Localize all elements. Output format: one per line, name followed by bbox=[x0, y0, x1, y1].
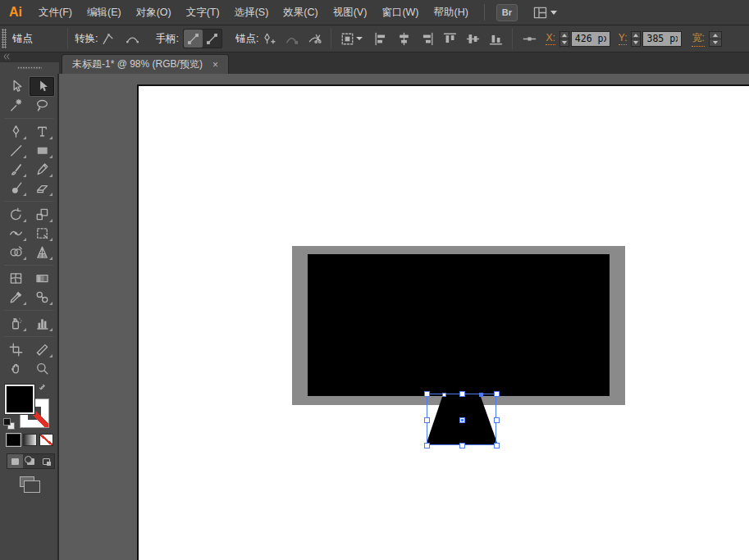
selection-bounding-box[interactable] bbox=[427, 394, 496, 445]
align-bottom-button[interactable] bbox=[486, 29, 505, 48]
draw-behind-button[interactable] bbox=[23, 454, 39, 468]
pen-tool[interactable] bbox=[3, 122, 28, 141]
hand-icon bbox=[8, 361, 24, 376]
symbol-sprayer-tool[interactable] bbox=[3, 314, 28, 333]
document-tab[interactable]: 未标题-1* @ 98% (RGB/预览) × bbox=[62, 54, 229, 74]
fill-swatch[interactable] bbox=[5, 385, 34, 414]
lasso-tool[interactable] bbox=[30, 96, 54, 115]
menu-item-type[interactable]: 文字(T) bbox=[179, 0, 227, 25]
width-tool[interactable] bbox=[3, 224, 28, 243]
selection-handle[interactable] bbox=[494, 443, 500, 448]
handle-toggle-group bbox=[183, 29, 222, 48]
draw-inside-button[interactable] bbox=[39, 454, 54, 468]
selection-handle[interactable] bbox=[424, 443, 430, 448]
x-input[interactable] bbox=[571, 31, 610, 47]
bridge-button[interactable]: Br bbox=[496, 4, 518, 21]
selection-handle[interactable] bbox=[424, 417, 430, 423]
align-top-button[interactable] bbox=[440, 29, 459, 48]
object-center-point[interactable] bbox=[459, 417, 465, 423]
anchor-point-selected[interactable] bbox=[479, 393, 483, 397]
menu-item-file[interactable]: 文件(F) bbox=[31, 0, 80, 25]
anchor-point[interactable] bbox=[442, 393, 446, 397]
menu-item-help[interactable]: 帮助(H) bbox=[427, 0, 476, 25]
width-stepper[interactable] bbox=[709, 31, 722, 47]
free-transform-tool[interactable] bbox=[30, 224, 54, 243]
x-stepper[interactable] bbox=[559, 31, 569, 47]
selection-handle[interactable] bbox=[459, 443, 465, 448]
add-anchor-button[interactable] bbox=[258, 29, 278, 48]
scale-tool[interactable] bbox=[30, 205, 54, 224]
menu-item-edit[interactable]: 编辑(E) bbox=[80, 0, 129, 25]
reference-point-widget[interactable] bbox=[519, 29, 539, 48]
selection-handle[interactable] bbox=[494, 417, 500, 423]
menu-item-window[interactable]: 窗口(W) bbox=[374, 0, 426, 25]
menu-item-effect[interactable]: 效果(C) bbox=[276, 0, 325, 25]
tool-panel-grip[interactable] bbox=[0, 62, 59, 74]
mesh-tool[interactable] bbox=[3, 269, 28, 288]
blend-tool[interactable] bbox=[30, 288, 54, 307]
gradient-button[interactable] bbox=[23, 434, 37, 446]
hand-tool[interactable] bbox=[3, 359, 28, 378]
hide-handles-button[interactable] bbox=[203, 30, 222, 48]
shape-builder-tool[interactable] bbox=[3, 243, 28, 262]
rotate-tool[interactable] bbox=[3, 205, 28, 224]
app-logo: Ai bbox=[0, 5, 31, 20]
perspective-grid-tool[interactable] bbox=[30, 243, 54, 262]
chevron-down-icon bbox=[550, 11, 557, 15]
collapse-panel-button[interactable] bbox=[0, 52, 59, 62]
gradient-tool[interactable] bbox=[30, 269, 54, 288]
convert-to-smooth-button[interactable] bbox=[122, 29, 142, 48]
separator bbox=[512, 28, 513, 49]
close-tab-icon[interactable]: × bbox=[212, 60, 218, 70]
eyedropper-tool[interactable] bbox=[3, 288, 28, 307]
tv-screen-shape[interactable] bbox=[308, 254, 610, 396]
show-handles-button[interactable] bbox=[184, 30, 203, 48]
change-screen-mode-button[interactable] bbox=[20, 476, 34, 487]
align-vmiddle-button[interactable] bbox=[463, 29, 482, 48]
selection-handle[interactable] bbox=[424, 391, 430, 397]
zoom-tool[interactable] bbox=[30, 359, 54, 378]
default-fill-stroke-icon[interactable] bbox=[3, 418, 15, 430]
pencil-tool[interactable] bbox=[30, 160, 54, 179]
pencil-icon bbox=[34, 162, 50, 177]
column-graph-tool[interactable] bbox=[30, 314, 54, 333]
swap-fill-stroke-icon[interactable] bbox=[39, 384, 51, 396]
menu-item-object[interactable]: 对象(O) bbox=[129, 0, 179, 25]
zoom-icon bbox=[34, 361, 50, 376]
document-canvas[interactable] bbox=[59, 74, 749, 560]
selection-handle[interactable] bbox=[494, 391, 500, 397]
main-menu: 文件(F)编辑(E)对象(O)文字(T)选择(S)效果(C)视图(V)窗口(W)… bbox=[31, 0, 476, 25]
direct-selection-tool[interactable] bbox=[3, 77, 28, 96]
width-label[interactable]: 宽: bbox=[692, 31, 704, 47]
align-right-button[interactable] bbox=[417, 29, 436, 48]
x-label[interactable]: X: bbox=[546, 32, 555, 45]
none-button[interactable] bbox=[39, 434, 53, 446]
menu-item-select[interactable]: 选择(S) bbox=[227, 0, 276, 25]
line-segment-tool[interactable] bbox=[3, 141, 28, 160]
controlbar-grip[interactable] bbox=[2, 29, 7, 48]
show-handles-icon bbox=[185, 31, 201, 47]
artboard-tool[interactable] bbox=[3, 340, 28, 359]
y-label[interactable]: Y: bbox=[619, 32, 628, 45]
blob-brush-tool[interactable] bbox=[3, 179, 28, 198]
workspace-switcher-button[interactable] bbox=[532, 5, 557, 20]
magic-wand-tool[interactable] bbox=[3, 96, 28, 115]
draw-normal-button[interactable] bbox=[7, 454, 23, 468]
y-stepper[interactable] bbox=[631, 31, 641, 47]
selection-tool[interactable] bbox=[30, 77, 54, 96]
paintbrush-tool[interactable] bbox=[3, 160, 28, 179]
y-input[interactable] bbox=[642, 31, 682, 47]
double-chevron-left-icon bbox=[2, 52, 59, 61]
color-button[interactable] bbox=[7, 434, 21, 446]
isolate-object-button[interactable] bbox=[338, 29, 364, 48]
align-left-button[interactable] bbox=[371, 29, 390, 48]
slice-tool[interactable] bbox=[30, 340, 54, 359]
eraser-tool[interactable] bbox=[30, 179, 54, 198]
cut-path-button[interactable] bbox=[304, 29, 324, 48]
type-tool[interactable] bbox=[30, 122, 54, 141]
convert-to-corner-button[interactable] bbox=[98, 29, 117, 48]
rectangle-tool[interactable] bbox=[30, 141, 54, 160]
selection-handle[interactable] bbox=[459, 391, 465, 397]
menu-item-view[interactable]: 视图(V) bbox=[326, 0, 375, 25]
align-hcenter-button[interactable] bbox=[394, 29, 413, 48]
